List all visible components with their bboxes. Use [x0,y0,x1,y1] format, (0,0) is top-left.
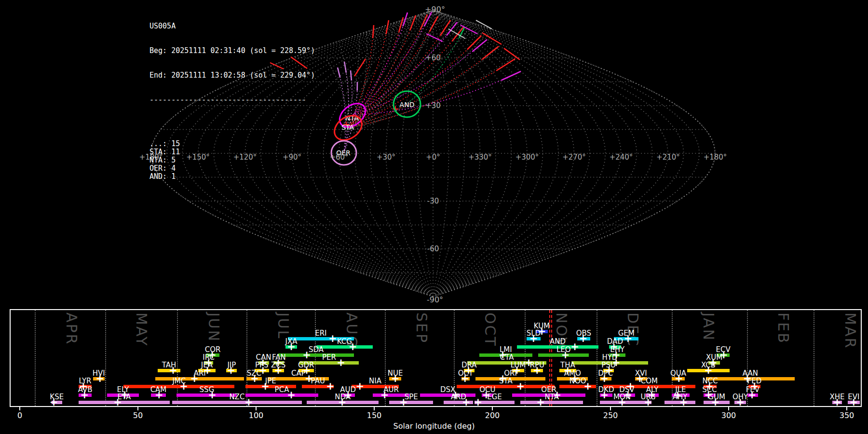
equator-label-30: +330° [468,153,492,162]
shower-peak-KCG: + [349,342,357,352]
month-label-FEB: FEB [775,312,792,344]
shower-bar-SPE [389,401,433,404]
station-legend: US005A Beg: 20251111 02:31:40 (sol = 228… [149,6,315,197]
shower-peak-CAM: + [155,390,163,400]
shower-peak-OHY: + [736,397,745,407]
shower-peak-NOO: + [583,381,592,392]
meteor-streaks-extra-magenta [426,25,477,41]
shower-peak-XHE: + [833,397,841,407]
shower-peak-NUE: + [391,374,400,384]
x-tick-200 [492,407,493,410]
shower-peak-GEM: + [624,334,633,344]
shower-bar-NZC [172,401,302,404]
observation-end: End: 20251111 13:02:58 (sol = 229.04°) [149,71,315,80]
equator-label-120: +240° [610,153,633,162]
latitude-label-60: +60 [425,54,441,62]
shower-bar-NTA [520,401,583,404]
month-boundary-APR [35,310,36,406]
month-boundary-MAR [814,310,814,406]
shower-peak-NTA: + [536,397,545,407]
count-OER: OER: 4 [149,164,315,173]
shower-bar-ARI [155,377,244,380]
shower-peak-ERI: + [328,334,337,344]
shower-label-NIA: NIA [369,377,381,385]
shower-peak-ARD: + [462,397,471,407]
x-tick-50 [137,407,138,410]
pole-label-north: +90° [425,5,445,14]
month-boundary-JUL [246,310,247,406]
x-tick-label-250: 250 [603,411,618,420]
equator-label--30: +30° [377,153,395,162]
x-tick-300 [728,407,729,410]
month-label-SEP: SEP [413,312,430,344]
x-axis-label: Solar longitude (deg) [393,421,475,431]
month-boundary-JAN [672,310,673,406]
equator-label-60: +300° [515,153,539,162]
sky-map: NTASTAOERAND+90°-90°+60+30-30-60+180°+15… [0,0,868,309]
shower-label-PAU: PAU [311,377,325,385]
meteor-station-summary: NTASTAOERAND+90°-90°+60+30-30-60+180°+15… [0,0,868,434]
shower-peak-NIA: + [355,381,364,392]
shower-peak-URS: + [644,397,652,407]
month-label-JAN: JAN [700,312,717,341]
shower-label-NZC: NZC [229,393,244,401]
shower-peak-LEO: + [561,350,570,360]
shower-bar-SSG [176,393,237,397]
shower-peak-PAU: + [326,381,335,392]
shower-peak-SPE: + [399,397,408,407]
count-STA: STA: 11 [149,148,315,156]
shower-bar-KCG [316,345,373,349]
latitude-label--30: -30 [427,197,439,205]
shower-peak-SZC: + [250,374,259,384]
shower-label-NTA: NTA [545,393,559,401]
shower-peak-OBS: + [579,334,587,344]
shower-bar-STA [457,385,555,388]
shower-peak-DKD: + [600,390,609,400]
shower-peak-GUM: + [711,397,720,407]
shower-peak-SSG: + [208,390,217,400]
shower-peak-DPC: + [600,374,609,384]
shower-peak-AND: + [570,342,579,352]
legend-separator: ------------------------------------ [149,96,315,104]
shower-peak-RPU: + [533,366,542,376]
meteor-counts: ...: 15STA: 11NTA: 5OER: 4AND: 1 [149,140,315,181]
shower-peak-FEV: + [748,390,757,400]
shower-peak-TAH: + [169,366,177,376]
x-tick-label-300: 300 [721,411,736,420]
equator-label-90: +270° [562,153,586,162]
month-label-JUN: JUN [205,312,222,342]
shower-peak-AVB: + [81,390,89,400]
month-label-OCT: OCT [482,312,499,347]
equator-label--60: +60° [329,153,348,162]
shower-bar-PCA [245,393,319,397]
shower-label-AND: AND [550,337,566,346]
shower-peak-ARI: + [190,374,199,384]
radiant-label-AND: AND [400,101,415,108]
month-label-APR: APR [63,312,80,345]
shower-peak-JPE: + [261,381,270,392]
shower-peak-ETA: + [113,397,122,407]
shower-peak-EGE: + [474,397,482,407]
shower-peak-ZCS: + [274,366,283,376]
shower-peak-KSE: + [50,397,58,407]
month-label-JUL: JUL [275,312,292,340]
shower-peak-JXA: + [287,342,296,352]
timeline-plot-area: APRMAYJUNJULAUGSEPOCTNOVDECJANFEBMARKUM+… [11,310,861,406]
shower-peak-SDA: + [302,350,311,360]
shower-peak-JMC: + [179,381,188,392]
radiant-label-STA: STA [341,123,354,131]
shower-bar-ETA [79,401,170,404]
shower-peak-HVI: + [95,374,104,384]
shower-peak-NZC: + [244,397,253,407]
shower-peak-NDA: + [338,397,347,407]
shower-label-PER: PER [322,353,336,362]
station-id: US005A [149,22,315,30]
shower-label-EGE: EGE [487,393,502,401]
shower-peak-STA: + [516,381,525,392]
shower-bar-JMC [123,385,234,388]
shower-label-COM: COM [641,377,658,385]
shower-peak-QUA: + [675,374,683,384]
month-boundary-JUN [177,310,178,406]
shower-peak-EVI: + [849,397,858,407]
shower-label-CAP: CAP [291,369,306,378]
